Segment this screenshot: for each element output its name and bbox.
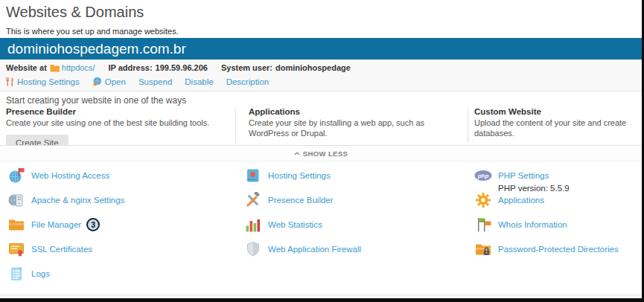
tool-label: Web Application Firewall <box>268 245 361 254</box>
column-title: Custom Website <box>474 107 638 116</box>
create-website-heading: Start creating your website in one of th… <box>6 95 186 106</box>
show-less-toggle[interactable]: SHOW LESS <box>0 145 642 161</box>
globe-arrow-icon <box>92 77 102 86</box>
description-label: Description <box>226 77 270 86</box>
chevron-up-icon <box>294 152 300 155</box>
domain-info-panel: Website at httpdocs/ IP address: 199.59.… <box>0 60 642 91</box>
ip-value: 199.59.96.206 <box>156 63 208 72</box>
tools-column-1: Web Hosting Access Apache & nginx Settin… <box>7 167 124 289</box>
folder-icon <box>50 64 60 72</box>
ssl-certificates-item[interactable]: SSL Certificates <box>7 240 124 258</box>
document-icon <box>7 265 25 283</box>
password-protected-directories-item[interactable]: Password-Protected Directories <box>474 240 619 258</box>
tool-label: Applications <box>498 196 544 205</box>
hosting-settings-item[interactable]: Hosting Settings <box>244 167 361 184</box>
presence-builder-item[interactable]: Presence Builder <box>244 191 361 209</box>
php-settings-item[interactable]: php PHP Settings PHP version: 5.5.9 <box>474 167 619 184</box>
logs-item[interactable]: Logs <box>7 265 124 283</box>
globe-flag-icon <box>7 167 25 184</box>
column-description: Upload the content of your site and crea… <box>474 118 638 139</box>
disable-label: Disable <box>185 77 213 86</box>
globe-server-icon <box>7 191 25 209</box>
tool-label: Hosting Settings <box>268 171 331 180</box>
shield-icon <box>244 240 262 258</box>
tool-label: File Manager <box>31 220 81 229</box>
open-label: Open <box>105 77 126 86</box>
page-subtitle: This is where you set up and manage webs… <box>6 27 179 36</box>
ip-label: IP address: <box>108 63 152 72</box>
applications-item[interactable]: Applications <box>474 191 619 209</box>
column-divider <box>235 109 236 143</box>
scroll-icon <box>244 167 262 184</box>
website-at-label: Website at <box>6 63 47 72</box>
website-info-row: Website at httpdocs/ IP address: 199.59.… <box>6 63 351 72</box>
column-title: Applications <box>249 107 460 116</box>
web-statistics-item[interactable]: Web Statistics <box>244 216 361 234</box>
tools-column-3: php PHP Settings PHP version: 5.5.9 Appl… <box>474 167 619 265</box>
whois-information-item[interactable]: Whois Information <box>474 216 619 234</box>
certificate-icon <box>7 240 25 258</box>
tool-label: Presence Builder <box>268 196 334 205</box>
tool-label: Web Statistics <box>268 220 322 229</box>
tool-label: Whois Information <box>498 220 567 229</box>
system-user-value: dominiohospedage <box>275 63 351 72</box>
httpdocs-link[interactable]: httpdocs/ <box>62 63 95 72</box>
gear-icon <box>474 191 492 209</box>
suspend-label: Suspend <box>138 77 172 86</box>
php-icon: php <box>474 167 492 184</box>
show-less-label: SHOW LESS <box>303 150 348 158</box>
bottom-divider <box>0 295 642 299</box>
bar-chart-icon <box>244 216 262 234</box>
pencil-hammer-icon <box>244 191 262 209</box>
disable-link[interactable]: Disable <box>185 77 213 86</box>
tool-label: Logs <box>31 269 50 278</box>
tool-label: Password-Protected Directories <box>498 245 619 254</box>
file-manager-item[interactable]: File Manager 3 <box>7 216 124 234</box>
column-description: Create your site using one of the best s… <box>6 118 226 129</box>
creation-column-presence-builder: Presence Builder Create your site using … <box>6 107 226 151</box>
suspend-link[interactable]: Suspend <box>138 77 172 86</box>
domain-toolbar: Hosting Settings Open Suspend Disable De… <box>6 77 281 86</box>
tool-label: PHP Settings <box>498 171 549 180</box>
column-title: Presence Builder <box>6 107 226 116</box>
svg-text:php: php <box>477 173 489 179</box>
description-link[interactable]: Description <box>226 77 270 86</box>
flags-icon <box>474 216 492 234</box>
column-divider <box>468 109 468 143</box>
tool-label: SSL Certificates <box>31 245 92 254</box>
hosting-settings-label: Hosting Settings <box>17 77 80 86</box>
step-badge: 3 <box>86 218 100 231</box>
apache-nginx-settings-item[interactable]: Apache & nginx Settings <box>7 191 124 209</box>
web-application-firewall-item[interactable]: Web Application Firewall <box>244 240 361 258</box>
websites-domains-page: Websites & Domains This is where you set… <box>0 0 644 302</box>
tools-column-2: Hosting Settings Presence Builder Web St… <box>244 167 361 265</box>
hosting-settings-link[interactable]: Hosting Settings <box>6 77 80 86</box>
system-user-label: System user: <box>221 63 272 72</box>
folder-lock-icon <box>474 240 492 258</box>
domain-header-bar: dominiohospedagem.com.br <box>0 38 642 60</box>
page-title: Websites & Domains <box>6 4 144 21</box>
tool-label: Web Hosting Access <box>31 171 109 180</box>
folder-icon <box>7 216 25 234</box>
tool-label: Apache & nginx Settings <box>31 196 124 205</box>
column-description: Create your site by installing a web app… <box>249 118 460 139</box>
domain-name: dominiohospedagem.com.br <box>7 38 186 60</box>
web-hosting-access-item[interactable]: Web Hosting Access <box>7 167 124 184</box>
open-site-link[interactable]: Open <box>92 77 126 86</box>
utensils-icon <box>6 77 14 86</box>
